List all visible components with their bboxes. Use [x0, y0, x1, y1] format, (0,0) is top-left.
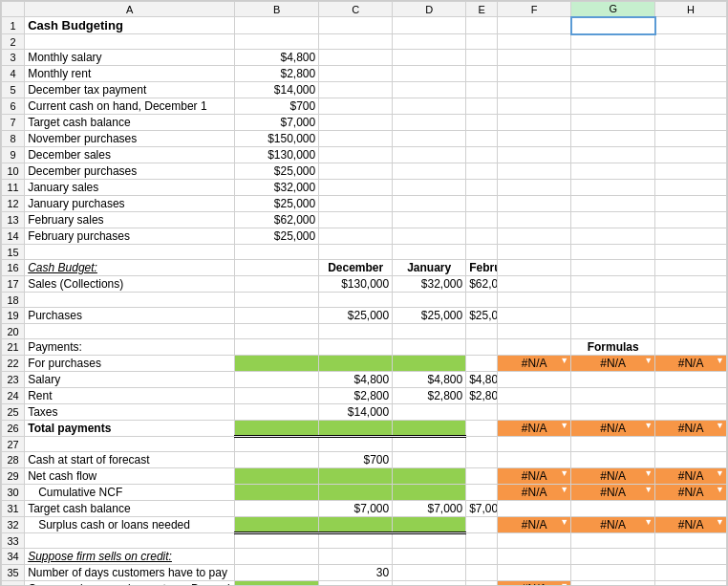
- cell-a35[interactable]: Number of days customers have to pay: [25, 565, 235, 581]
- cell-g30[interactable]: ▼#N/A: [571, 485, 655, 501]
- cell-c30[interactable]: [319, 485, 393, 501]
- cell-a11[interactable]: January sales: [25, 180, 235, 196]
- cell-h30[interactable]: ▼#N/A: [655, 485, 727, 501]
- cell-b10[interactable]: $25,000: [235, 163, 319, 180]
- cell-a12[interactable]: January purchases: [25, 196, 235, 212]
- cell-b29[interactable]: [235, 468, 319, 485]
- cell-a9[interactable]: December sales: [25, 147, 235, 163]
- cell-c28[interactable]: $700: [319, 452, 393, 468]
- cell-h29[interactable]: ▼#N/A: [655, 468, 727, 485]
- cell-d19[interactable]: $25,000: [393, 308, 466, 324]
- cell-b3[interactable]: $4,800: [235, 50, 319, 66]
- cell-e31[interactable]: $7,000: [466, 501, 498, 517]
- cell-d24[interactable]: $2,800: [393, 388, 466, 404]
- cell-b30[interactable]: [235, 485, 319, 501]
- cell-f26[interactable]: ▼#N/A: [498, 421, 571, 437]
- cell-c29[interactable]: [319, 468, 393, 485]
- cell-e16[interactable]: February: [466, 260, 498, 276]
- col-header-c[interactable]: C: [319, 2, 393, 17]
- cell-g26[interactable]: ▼#N/A: [571, 421, 655, 437]
- cell-a1[interactable]: Cash Budgeting: [25, 17, 235, 34]
- cell-c32[interactable]: [319, 517, 393, 533]
- cell-c17[interactable]: $130,000: [319, 276, 393, 293]
- cell-a8[interactable]: November purchases: [25, 131, 235, 147]
- cell-a16[interactable]: Cash Budget:: [25, 260, 235, 276]
- cell-b4[interactable]: $2,800: [235, 66, 319, 82]
- cell-b5[interactable]: $14,000: [235, 82, 319, 98]
- cell-f29[interactable]: ▼#N/A: [498, 468, 571, 485]
- cell-f22[interactable]: ▼#N/A: [498, 356, 571, 372]
- cell-d22[interactable]: [393, 356, 466, 372]
- cell-a10[interactable]: December purchases: [25, 163, 235, 180]
- cell-a4[interactable]: Monthly rent: [25, 66, 235, 82]
- cell-d26[interactable]: [393, 421, 466, 437]
- cell-b14[interactable]: $25,000: [235, 228, 319, 245]
- cell-f36[interactable]: ▼#N/A: [498, 581, 571, 587]
- cell-e24[interactable]: $2,800: [466, 388, 498, 404]
- cell-g32[interactable]: ▼#N/A: [571, 517, 655, 533]
- cell-h22[interactable]: ▼#N/A: [655, 356, 727, 372]
- cell-a17[interactable]: Sales (Collections): [25, 276, 235, 293]
- cell-a28[interactable]: Cash at start of forecast: [25, 452, 235, 468]
- cell-c35[interactable]: 30: [319, 565, 393, 581]
- cell-c24[interactable]: $2,800: [319, 388, 393, 404]
- col-header-h[interactable]: H: [655, 2, 727, 17]
- cell-g29[interactable]: ▼#N/A: [571, 468, 655, 485]
- cell-a13[interactable]: February sales: [25, 212, 235, 228]
- cell-e17[interactable]: $62,000: [466, 276, 498, 293]
- cell-g21[interactable]: Formulas: [571, 339, 655, 356]
- cell-c1[interactable]: [319, 17, 393, 34]
- cell-a24[interactable]: Rent: [25, 388, 235, 404]
- cell-a6[interactable]: Current cash on hand, December 1: [25, 98, 235, 115]
- col-header-g[interactable]: G: [571, 2, 655, 17]
- cell-b9[interactable]: $130,000: [235, 147, 319, 163]
- cell-e1[interactable]: [466, 17, 498, 34]
- cell-d32[interactable]: [393, 517, 466, 533]
- cell-a29[interactable]: Net cash flow: [25, 468, 235, 485]
- cell-b13[interactable]: $62,000: [235, 212, 319, 228]
- cell-b1[interactable]: [235, 17, 319, 34]
- cell-d16[interactable]: January: [393, 260, 466, 276]
- cell-g1[interactable]: [571, 17, 655, 34]
- cell-b11[interactable]: $32,000: [235, 180, 319, 196]
- cell-f1[interactable]: [498, 17, 571, 34]
- cell-a34[interactable]: Suppose firm sells on credit:: [25, 549, 235, 565]
- cell-a21[interactable]: Payments:: [25, 339, 235, 356]
- cell-e19[interactable]: $25,000: [466, 308, 498, 324]
- col-header-b[interactable]: B: [235, 2, 319, 17]
- cell-a19[interactable]: Purchases: [25, 308, 235, 324]
- cell-b36[interactable]: [235, 581, 319, 587]
- cell-d29[interactable]: [393, 468, 466, 485]
- cell-a23[interactable]: Salary: [25, 372, 235, 388]
- cell-a31[interactable]: Target cash balance: [25, 501, 235, 517]
- cell-a30[interactable]: Cumulative NCF: [25, 485, 235, 501]
- cell-a7[interactable]: Target cash balance: [25, 115, 235, 131]
- cell-a22[interactable]: For purchases: [25, 356, 235, 372]
- cell-a25[interactable]: Taxes: [25, 404, 235, 421]
- cell-c25[interactable]: $14,000: [319, 404, 393, 421]
- cell-h26[interactable]: ▼#N/A: [655, 421, 727, 437]
- cell-h1[interactable]: [655, 17, 727, 34]
- cell-a26[interactable]: Total payments: [25, 421, 235, 437]
- cell-f32[interactable]: ▼#N/A: [498, 517, 571, 533]
- cell-a32[interactable]: Surplus cash or loans needed: [25, 517, 235, 533]
- cell-f30[interactable]: ▼#N/A: [498, 485, 571, 501]
- cell-c16[interactable]: December: [319, 260, 393, 276]
- cell-c19[interactable]: $25,000: [319, 308, 393, 324]
- cell-b22[interactable]: [235, 356, 319, 372]
- cell-h32[interactable]: ▼#N/A: [655, 517, 727, 533]
- col-header-a[interactable]: A: [25, 2, 235, 17]
- cell-b12[interactable]: $25,000: [235, 196, 319, 212]
- cell-c31[interactable]: $7,000: [319, 501, 393, 517]
- cell-d1[interactable]: [393, 17, 466, 34]
- cell-a36[interactable]: Company loan requirements on December 31: [25, 581, 235, 587]
- cell-a5[interactable]: December tax payment: [25, 82, 235, 98]
- cell-b8[interactable]: $150,000: [235, 131, 319, 147]
- cell-b26[interactable]: [235, 421, 319, 437]
- cell-e23[interactable]: $4,800: [466, 372, 498, 388]
- cell-b7[interactable]: $7,000: [235, 115, 319, 131]
- col-header-f[interactable]: F: [498, 2, 571, 17]
- cell-a14[interactable]: February purchases: [25, 228, 235, 245]
- cell-a3[interactable]: Monthly salary: [25, 50, 235, 66]
- cell-g22[interactable]: ▼#N/A: [571, 356, 655, 372]
